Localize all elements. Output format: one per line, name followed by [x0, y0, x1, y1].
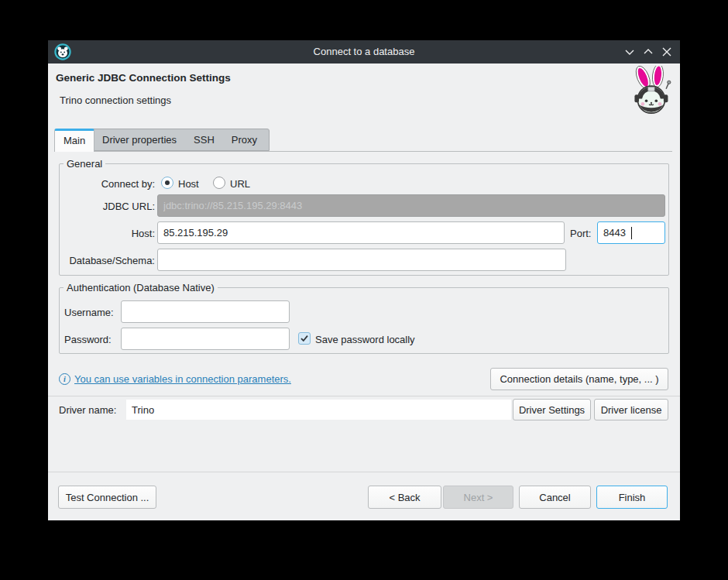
username-input[interactable]: [121, 300, 290, 323]
database-schema-input[interactable]: [157, 249, 566, 271]
driver-license-button[interactable]: Driver license: [594, 399, 668, 420]
tab-proxy[interactable]: Proxy: [223, 129, 266, 150]
tab-ssh[interactable]: SSH: [185, 129, 223, 150]
save-password-checkbox[interactable]: [298, 332, 311, 345]
close-icon[interactable]: [660, 46, 674, 58]
variables-hint-link[interactable]: You can use variables in connection para…: [74, 373, 291, 385]
page-title: Generic JDBC Connection Settings: [56, 72, 231, 84]
connect-by-url-radio[interactable]: [213, 177, 225, 189]
footer-separator: [48, 472, 680, 472]
jdbc-url-label: JDBC URL:: [64, 201, 155, 212]
back-button[interactable]: < Back: [368, 486, 441, 509]
password-input[interactable]: [121, 328, 290, 350]
window-title: Connect to a database: [48, 46, 680, 57]
trino-bunny-logo: [630, 66, 674, 117]
next-button: Next >: [443, 486, 513, 509]
tab-driver-properties[interactable]: Driver properties: [94, 129, 185, 150]
username-label: Username:: [64, 307, 114, 318]
host-label: Host:: [64, 228, 155, 239]
general-group-label: General: [64, 158, 105, 170]
finish-button[interactable]: Finish: [596, 486, 668, 509]
save-password-label: Save password locally: [315, 334, 415, 345]
tab-strip: Driver properties SSH Proxy: [90, 129, 270, 151]
port-label: Port:: [570, 228, 591, 239]
checkmark-icon: [299, 333, 310, 344]
connect-database-dialog: Connect to a database Generic JDBC Conne…: [48, 40, 680, 520]
host-input[interactable]: [157, 221, 565, 244]
driver-separator: [48, 396, 680, 396]
connect-by-host-radio-label: Host: [178, 178, 199, 190]
connect-by-label: Connect by:: [64, 178, 155, 190]
driver-settings-button[interactable]: Driver Settings: [513, 399, 591, 420]
tab-bottom-border: [54, 151, 672, 152]
titlebar[interactable]: Connect to a database: [48, 40, 680, 63]
cancel-button[interactable]: Cancel: [519, 486, 591, 509]
driver-name-field: Trino: [126, 400, 511, 420]
authentication-group: Authentication (Database Native) Usernam…: [59, 287, 669, 354]
desktop-background: Connect to a database Generic JDBC Conne…: [0, 0, 728, 580]
connect-by-url-radio-label: URL: [230, 178, 250, 190]
maximize-icon[interactable]: [641, 46, 655, 58]
tab-main[interactable]: Main: [54, 129, 94, 152]
database-schema-label: Database/Schema:: [64, 255, 155, 266]
connection-details-button[interactable]: Connection details (name, type, ... ): [490, 368, 668, 390]
page-subtitle: Trino connection settings: [60, 94, 171, 106]
password-label: Password:: [64, 334, 112, 345]
connect-by-host-radio[interactable]: [161, 177, 173, 189]
driver-name-label: Driver name:: [59, 404, 116, 416]
jdbc-url-field: [157, 194, 665, 217]
info-icon: i: [59, 373, 70, 385]
test-connection-button[interactable]: Test Connection ...: [58, 486, 156, 509]
text-caret: [631, 227, 632, 239]
minimize-icon[interactable]: [623, 46, 637, 58]
general-group: General Connect by: Host URL JDBC URL: H…: [59, 163, 669, 276]
authentication-group-label: Authentication (Database Native): [64, 282, 218, 293]
